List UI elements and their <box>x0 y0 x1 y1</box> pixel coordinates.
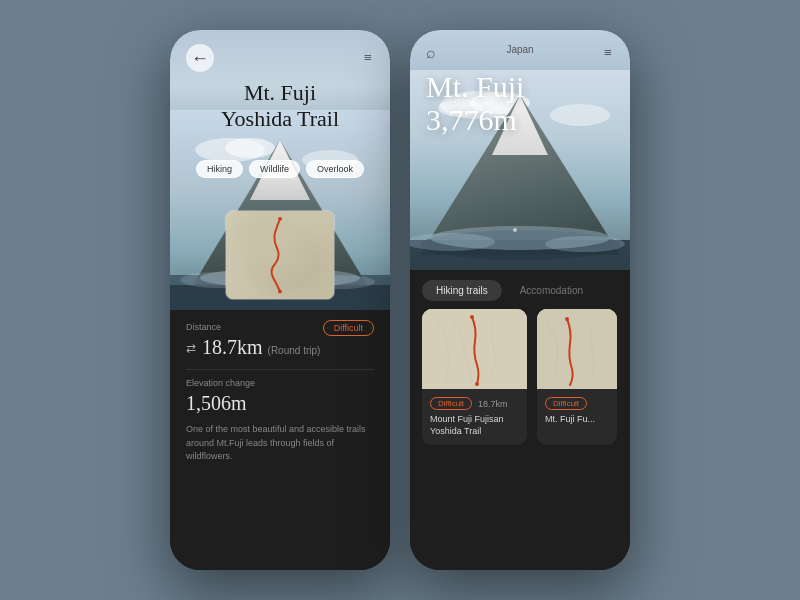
right-title-area: Mt. Fuji 3,776m <box>426 70 524 137</box>
distance-label: Distance <box>186 322 320 332</box>
tab-hiking-trails[interactable]: Hiking trails <box>422 280 502 301</box>
card2-difficulty-badge: Difficult <box>545 397 587 410</box>
map-background <box>226 211 334 299</box>
distance-value: 18.7km (Round trip) <box>202 336 320 359</box>
trail-description: One of the most beautiful and accesible … <box>186 423 374 464</box>
card1-trail-svg <box>422 309 527 389</box>
distance-row: ⇄ 18.7km (Round trip) <box>186 336 320 361</box>
card1-name: Mount Fuji Fujisan Yoshida Trail <box>430 414 519 437</box>
svg-point-28 <box>475 382 479 386</box>
svg-point-24 <box>545 236 625 252</box>
elevation-value: 1,506m <box>186 392 374 415</box>
trail-card-2[interactable]: Difficult Mt. Fuji Fu... <box>537 309 617 445</box>
svg-point-12 <box>278 290 282 294</box>
svg-point-17 <box>550 104 610 126</box>
menu-button[interactable]: ≡ <box>364 50 374 66</box>
left-phone: ← ≡ Mt. Fuji Yoshida Trail Hiking Wildli… <box>170 30 390 570</box>
back-button[interactable]: ← <box>186 44 214 72</box>
card2-badge-row: Difficult <box>545 397 609 410</box>
left-title-area: Mt. Fuji Yoshida Trail <box>170 80 390 133</box>
svg-point-2 <box>225 138 275 158</box>
trail-path-svg <box>226 211 334 299</box>
tabs-row: Hiking trails Accomodation <box>410 270 630 309</box>
trail-cards-container: Difficult 18.7km Mount Fuji Fujisan Yosh… <box>410 309 630 445</box>
card1-difficulty-badge: Difficult <box>430 397 472 410</box>
card1-badge-row: Difficult 18.7km <box>430 397 519 410</box>
card2-name: Mt. Fuji Fu... <box>545 414 609 426</box>
trail-card-info-1: Difficult 18.7km Mount Fuji Fujisan Yosh… <box>422 389 527 445</box>
elevation-label: Elevation change <box>186 378 374 388</box>
right-phone: ⌕ ≡ Japan Mt. Fuji 3,776m Hiking trails … <box>410 30 630 570</box>
tag-wildlife[interactable]: Wildlife <box>249 160 300 178</box>
tags-container: Hiking Wildlife Overlook <box>170 160 390 178</box>
svg-point-27 <box>470 315 474 319</box>
difficulty-badge: Difficult <box>323 320 374 336</box>
trail-map-thumbnail[interactable] <box>225 210 335 300</box>
right-content: Hiking trails Accomodation <box>410 270 630 570</box>
tag-hiking[interactable]: Hiking <box>196 160 243 178</box>
svg-point-25 <box>513 228 517 232</box>
country-label: Japan <box>410 44 630 55</box>
trail-name: Yoshida Trail <box>170 106 390 132</box>
left-content: Distance ⇄ 18.7km (Round trip) Difficult… <box>170 310 390 570</box>
trail-card-info-2: Difficult Mt. Fuji Fu... <box>537 389 617 434</box>
svg-rect-29 <box>537 309 617 389</box>
tab-accommodation[interactable]: Accomodation <box>510 280 593 301</box>
card1-distance: 18.7km <box>478 399 508 409</box>
right-hero-bg <box>410 30 630 270</box>
card2-trail-svg <box>537 309 617 389</box>
left-top-bar: ← ≡ <box>186 44 374 72</box>
svg-point-30 <box>565 317 569 321</box>
trail-card-1[interactable]: Difficult 18.7km Mount Fuji Fujisan Yosh… <box>422 309 527 445</box>
left-hero: ← ≡ Mt. Fuji Yoshida Trail Hiking Wildli… <box>170 30 390 310</box>
mountain-name: Mt. Fuji <box>170 80 390 106</box>
elevation-display: 3,776m <box>426 103 524 137</box>
tag-overlook[interactable]: Overlook <box>306 160 364 178</box>
trail-card-map-2 <box>537 309 617 389</box>
right-hero: ⌕ ≡ Japan Mt. Fuji 3,776m <box>410 30 630 270</box>
right-mountain-name: Mt. Fuji <box>426 70 524 103</box>
trail-card-map-1 <box>422 309 527 389</box>
svg-point-11 <box>278 217 282 221</box>
distance-icon: ⇄ <box>186 341 196 356</box>
divider <box>186 369 374 370</box>
